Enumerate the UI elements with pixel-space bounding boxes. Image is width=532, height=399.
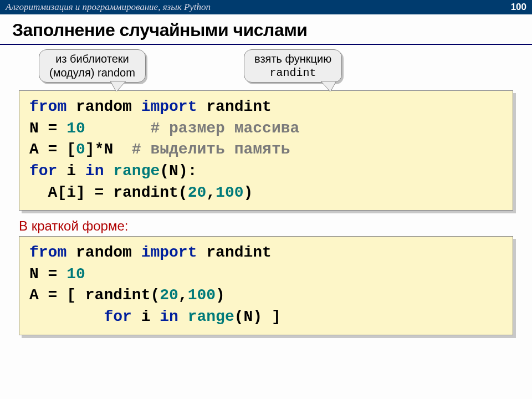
kw-for: for — [104, 308, 131, 325]
code-text: N = — [29, 265, 66, 283]
num: 100 — [216, 184, 243, 201]
slide-title: Заполнение случайными числами — [0, 14, 532, 45]
fn-range: range — [188, 308, 234, 325]
code-text: A = [ — [29, 141, 76, 158]
code-text: i — [57, 162, 85, 180]
num: 100 — [188, 287, 216, 304]
code-text — [29, 308, 104, 325]
kw-from: from — [29, 244, 66, 261]
callout-line: из библиотеки — [49, 52, 135, 66]
num: 0 — [76, 141, 85, 158]
kw-in: in — [85, 162, 104, 180]
code-text: A[i] = randint( — [29, 184, 188, 201]
code-text: randint — [197, 244, 271, 261]
callout-tail-icon — [111, 81, 125, 91]
fn-range: range — [113, 162, 160, 180]
callout-line: взять функцию — [254, 52, 331, 66]
num: 20 — [188, 184, 207, 201]
code-text — [104, 162, 113, 180]
header-bar: Алгоритмизация и программирование, язык … — [0, 0, 532, 14]
code-text: random — [66, 244, 141, 261]
course-title: Алгоритмизация и программирование, язык … — [6, 2, 211, 13]
kw-in: in — [160, 308, 178, 325]
callouts-row: из библиотеки (модуля) random взять функ… — [0, 48, 532, 88]
code-text: A = [ randint( — [29, 287, 160, 304]
page-number: 100 — [511, 2, 526, 13]
comment: # выделить память — [132, 141, 290, 158]
code-text: ) — [244, 184, 253, 201]
kw-import: import — [141, 244, 197, 261]
code-text: (N): — [160, 162, 197, 180]
code-block-full: from random import randint N = 10 # разм… — [19, 90, 513, 211]
kw-import: import — [141, 98, 197, 115]
callout-tail-icon — [321, 81, 336, 91]
kw-from: from — [29, 98, 66, 115]
code-text: N = — [29, 120, 66, 137]
code-text — [178, 308, 188, 325]
callout-line: randint — [254, 66, 331, 80]
callout-function: взять функцию randint — [244, 49, 342, 83]
callout-line: (модуля) random — [49, 66, 135, 80]
code-text: i — [132, 308, 160, 325]
code-text: (N) ] — [234, 308, 281, 325]
code-text — [85, 120, 151, 137]
num: 10 — [66, 265, 85, 283]
code-text: ]*N — [85, 141, 132, 158]
subtitle-short-form: В краткой форме: — [19, 218, 532, 234]
code-text: ) — [216, 287, 234, 304]
num: 10 — [66, 120, 85, 137]
code-text: randint — [197, 98, 271, 115]
num: 20 — [160, 287, 178, 304]
code-text: random — [66, 98, 141, 115]
code-block-short: from random import randint N = 10 A = [ … — [19, 236, 513, 335]
code-text: , — [206, 184, 216, 201]
code-text: , — [178, 287, 188, 304]
kw-for: for — [29, 162, 57, 180]
comment: # размер массива — [150, 120, 299, 137]
callout-module: из библиотеки (модуля) random — [39, 49, 146, 83]
